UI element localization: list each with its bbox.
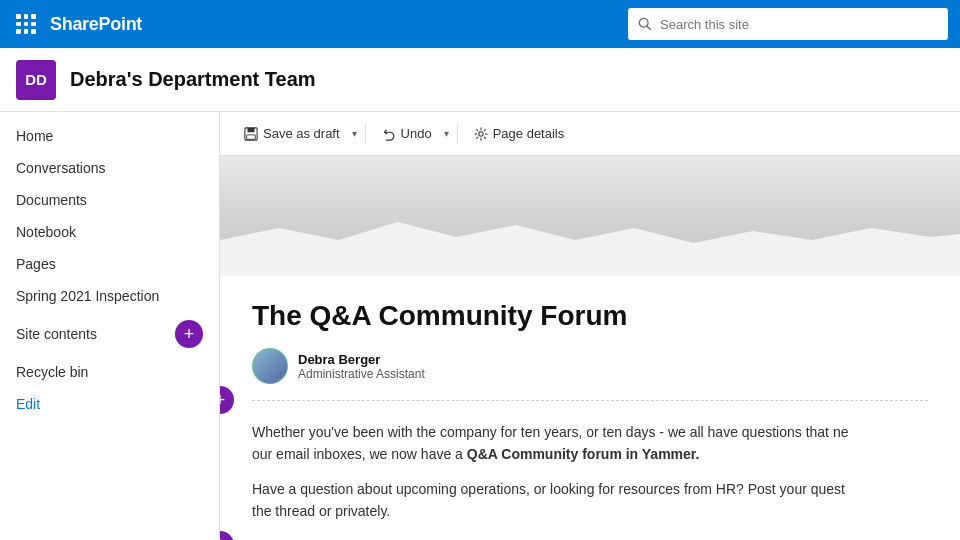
main-layout: Home Conversations Documents Notebook Pa… xyxy=(0,112,960,540)
site-title: Debra's Department Team xyxy=(70,68,316,91)
top-navigation-bar: SharePoint xyxy=(0,0,960,48)
page-title: The Q&A Community Forum xyxy=(252,300,928,332)
undo-chevron-icon[interactable]: ▾ xyxy=(444,128,449,139)
sidebar-item-home[interactable]: Home xyxy=(0,120,219,152)
content-area: Save as draft ▾ Undo ▾ Page details xyxy=(220,112,960,540)
svg-rect-4 xyxy=(247,134,256,138)
author-avatar xyxy=(252,348,288,384)
toolbar-divider xyxy=(365,124,366,144)
gear-icon xyxy=(474,127,488,141)
author-role: Administrative Assistant xyxy=(298,367,425,381)
sidebar-item-documents[interactable]: Documents xyxy=(0,184,219,216)
sharepoint-logo: SharePoint xyxy=(50,14,142,35)
sidebar-item-conversations[interactable]: Conversations xyxy=(0,152,219,184)
sidebar-edit-link[interactable]: Edit xyxy=(0,388,219,420)
page-hero-image xyxy=(220,156,960,276)
author-name: Debra Berger xyxy=(298,352,425,367)
page-paragraph-2: Have a question about upcoming operation… xyxy=(252,478,928,523)
toolbar-divider-2 xyxy=(457,124,458,144)
sidebar-item-recycle-bin[interactable]: Recycle bin xyxy=(0,356,219,388)
waffle-menu-icon[interactable] xyxy=(12,10,40,38)
save-draft-icon xyxy=(244,127,258,141)
save-as-draft-button[interactable]: Save as draft xyxy=(236,122,348,145)
add-site-content-button[interactable]: + xyxy=(175,320,203,348)
page-content-wrapper: + The Q&A Community Forum Debra Berger A… xyxy=(220,276,960,540)
sidebar-item-notebook[interactable]: Notebook xyxy=(0,216,219,248)
undo-icon xyxy=(382,127,396,141)
sidebar-item-pages[interactable]: Pages xyxy=(0,248,219,280)
svg-point-5 xyxy=(479,131,483,135)
page-body: + The Q&A Community Forum Debra Berger A… xyxy=(220,156,960,540)
search-icon xyxy=(638,17,652,31)
svg-line-1 xyxy=(647,26,650,29)
avatar: DD xyxy=(16,60,56,100)
sidebar: Home Conversations Documents Notebook Pa… xyxy=(0,112,220,540)
sidebar-item-site-contents[interactable]: Site contents + xyxy=(0,312,219,356)
editor-toolbar: Save as draft ▾ Undo ▾ Page details xyxy=(220,112,960,156)
author-info: Debra Berger Administrative Assistant xyxy=(298,352,425,381)
search-input[interactable] xyxy=(660,17,938,32)
page-details-button[interactable]: Page details xyxy=(466,122,573,145)
search-box[interactable] xyxy=(628,8,948,40)
author-row: Debra Berger Administrative Assistant xyxy=(252,348,928,401)
page-paragraph-1: Whether you've been with the company for… xyxy=(252,421,928,466)
page-content-card: The Q&A Community Forum Debra Berger Adm… xyxy=(220,276,960,540)
svg-rect-3 xyxy=(248,127,255,131)
save-draft-chevron-icon[interactable]: ▾ xyxy=(352,128,357,139)
undo-button[interactable]: Undo xyxy=(374,122,440,145)
sidebar-item-spring-inspection[interactable]: Spring 2021 Inspection xyxy=(0,280,219,312)
site-header: DD Debra's Department Team xyxy=(0,48,960,112)
